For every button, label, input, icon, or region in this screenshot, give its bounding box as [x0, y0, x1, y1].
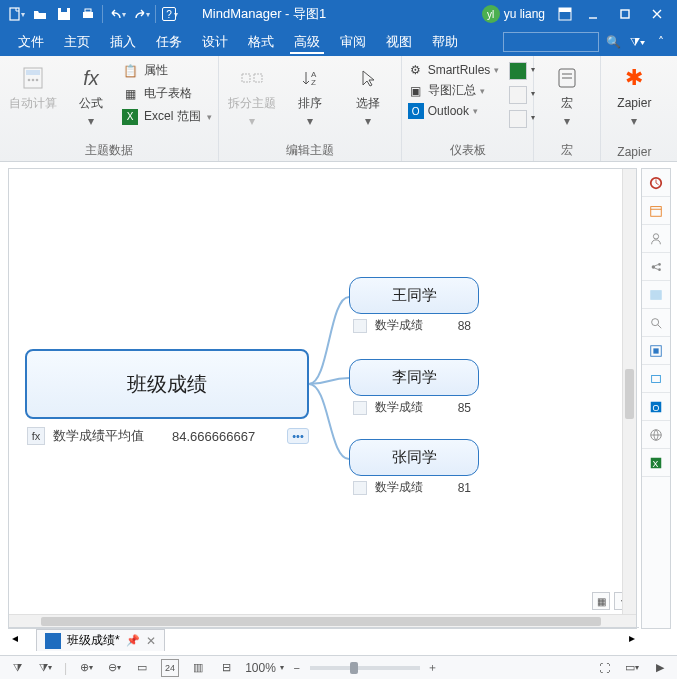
- tab-scroll-left-icon[interactable]: ◂: [12, 631, 18, 645]
- zoom-out-icon[interactable]: −: [288, 659, 306, 677]
- maximize-button[interactable]: [609, 0, 641, 28]
- level-icon[interactable]: ▭: [133, 659, 151, 677]
- child-3-property[interactable]: 数学成绩81: [349, 479, 479, 496]
- open-icon[interactable]: [28, 2, 52, 26]
- spreadsheet-button[interactable]: ▦电子表格: [122, 85, 212, 102]
- side-tab-person[interactable]: [642, 225, 670, 253]
- outlook-icon: O: [408, 103, 424, 119]
- side-tab-excel[interactable]: X: [642, 449, 670, 477]
- side-tab-web[interactable]: [642, 421, 670, 449]
- side-tab-browser[interactable]: [642, 281, 670, 309]
- properties-button[interactable]: 📋属性: [122, 62, 212, 79]
- minimize-button[interactable]: [577, 0, 609, 28]
- document-tab[interactable]: 班级成绩* 📌 ✕: [36, 629, 165, 651]
- side-tab-places[interactable]: [642, 365, 670, 393]
- help-icon[interactable]: ?▾: [158, 2, 182, 26]
- ribbon-display-icon[interactable]: [553, 2, 577, 26]
- side-tab-outlook[interactable]: O: [642, 393, 670, 421]
- canvas[interactable]: 班级成绩 fx 数学成绩平均值 84.666666667 ••• 王同学 数学成…: [8, 168, 637, 629]
- save-icon[interactable]: [52, 2, 76, 26]
- tab-scroll-right-icon[interactable]: ▸: [629, 631, 635, 645]
- filter-icon[interactable]: ⧩▾: [627, 32, 647, 52]
- outlook-button[interactable]: OOutlook ▾: [408, 103, 500, 119]
- print-icon[interactable]: [76, 2, 100, 26]
- undo-icon[interactable]: ▾: [105, 2, 129, 26]
- balance-icon[interactable]: ⊟: [217, 659, 235, 677]
- fit-icon[interactable]: ⛶: [595, 659, 613, 677]
- svg-rect-22: [651, 206, 662, 216]
- search-icon[interactable]: 🔍: [603, 32, 623, 52]
- tab-format[interactable]: 格式: [238, 28, 284, 56]
- new-document-icon[interactable]: ▾: [4, 2, 28, 26]
- child-3-attr-value: 81: [458, 481, 479, 495]
- detail-icon[interactable]: ▥: [189, 659, 207, 677]
- sharepoint-link-icon[interactable]: [509, 110, 527, 128]
- child-2-property[interactable]: 数学成绩85: [349, 399, 479, 416]
- collapse-all-icon[interactable]: ⊖▾: [105, 659, 123, 677]
- user-name[interactable]: yu liang: [504, 7, 545, 21]
- side-tab-task-info[interactable]: [642, 169, 670, 197]
- zoom-value[interactable]: 100%: [245, 661, 276, 675]
- zoom-slider[interactable]: [310, 666, 420, 670]
- user-avatar[interactable]: yl: [482, 5, 500, 23]
- excel-link-icon[interactable]: [509, 62, 527, 80]
- expand-all-icon[interactable]: ⊕▾: [77, 659, 95, 677]
- formula-button[interactable]: fx 公式 ▾: [64, 60, 118, 128]
- collapse-ribbon-icon[interactable]: ˄: [651, 32, 671, 52]
- vertical-scrollbar[interactable]: [622, 169, 636, 614]
- group-label-topic-data: 主题数据: [6, 140, 212, 159]
- zoom-in-icon[interactable]: ＋: [424, 659, 442, 677]
- close-button[interactable]: [641, 0, 673, 28]
- tab-home[interactable]: 主页: [54, 28, 100, 56]
- tab-view[interactable]: 视图: [376, 28, 422, 56]
- window-title: MindManager - 导图1: [182, 5, 482, 23]
- tab-file[interactable]: 文件: [8, 28, 54, 56]
- central-topic[interactable]: 班级成绩: [25, 349, 309, 419]
- map-rollup-button[interactable]: ▣导图汇总 ▾: [408, 82, 500, 99]
- tab-advanced[interactable]: 高级: [284, 28, 330, 56]
- svg-rect-10: [26, 70, 40, 75]
- redo-icon[interactable]: ▾: [129, 2, 153, 26]
- child-topic-2[interactable]: 李同学: [349, 359, 479, 396]
- tab-review[interactable]: 审阅: [330, 28, 376, 56]
- sort-button[interactable]: AZ 排序▾: [283, 60, 337, 128]
- overview-icon[interactable]: ▦: [592, 592, 610, 610]
- excel-range-button[interactable]: XExcel 范围 ▾: [122, 108, 212, 125]
- macro-button[interactable]: 宏▾: [540, 60, 594, 128]
- tab-task[interactable]: 任务: [146, 28, 192, 56]
- gear-icon: ⚙: [408, 62, 424, 78]
- child-topic-1[interactable]: 王同学: [349, 277, 479, 314]
- close-tab-icon[interactable]: ✕: [146, 634, 156, 648]
- excel-range-label: Excel 范围: [144, 108, 201, 125]
- zapier-button[interactable]: ✱ Zapier▾: [607, 60, 661, 128]
- autocalc-button[interactable]: 自动计算: [6, 60, 60, 128]
- filter-funnel-off-icon[interactable]: ⧩▾: [36, 659, 54, 677]
- word-link-icon[interactable]: [509, 86, 527, 104]
- presentation-icon[interactable]: ▶: [651, 659, 669, 677]
- select-label: 选择: [356, 96, 380, 110]
- side-tab-calendar[interactable]: [642, 197, 670, 225]
- property-icon: [353, 401, 367, 415]
- document-tabs: ◂ 班级成绩* 📌 ✕ ▸: [8, 627, 639, 651]
- tab-help[interactable]: 帮助: [422, 28, 468, 56]
- tab-design[interactable]: 设计: [192, 28, 238, 56]
- pin-icon[interactable]: 📌: [126, 634, 140, 647]
- svg-line-30: [658, 324, 662, 328]
- horizontal-scrollbar[interactable]: [9, 614, 636, 628]
- filter-funnel-icon[interactable]: ⧩: [8, 659, 26, 677]
- child-1-property[interactable]: 数学成绩88: [349, 317, 479, 334]
- side-tab-snap[interactable]: [642, 337, 670, 365]
- view-mode-icon[interactable]: ▭▾: [623, 659, 641, 677]
- select-button[interactable]: 选择▾: [341, 60, 395, 128]
- search-input[interactable]: [503, 32, 599, 52]
- focus-icon[interactable]: 24: [161, 659, 179, 677]
- central-topic-property[interactable]: fx 数学成绩平均值 84.666666667 •••: [27, 424, 309, 448]
- child-topic-3[interactable]: 张同学: [349, 439, 479, 476]
- more-icon[interactable]: •••: [287, 428, 309, 444]
- properties-label: 属性: [144, 62, 168, 79]
- side-tab-search[interactable]: [642, 309, 670, 337]
- tab-insert[interactable]: 插入: [100, 28, 146, 56]
- split-topic-button[interactable]: 拆分主题▾: [225, 60, 279, 128]
- side-tab-related[interactable]: [642, 253, 670, 281]
- smartrules-button[interactable]: ⚙SmartRules ▾: [408, 62, 500, 78]
